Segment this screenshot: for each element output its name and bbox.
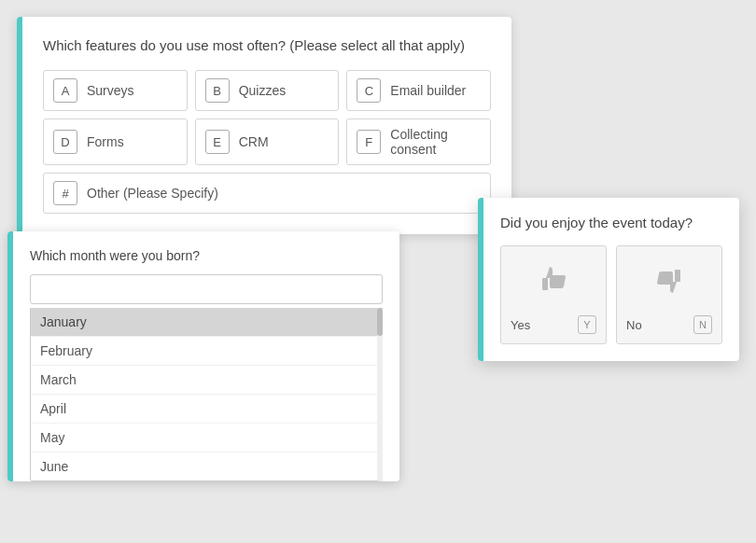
- option-c-label: Email builder: [390, 83, 466, 98]
- option-e[interactable]: E CRM: [195, 118, 340, 165]
- yesno-options: Yes Y No: [500, 245, 722, 344]
- option-c[interactable]: C Email builder: [346, 70, 491, 111]
- yesno-no-footer: No N: [626, 315, 712, 334]
- option-f-letter: F: [357, 130, 381, 154]
- option-b[interactable]: B Quizzes: [195, 70, 340, 111]
- option-d-letter: D: [53, 130, 77, 154]
- yesno-yes-button[interactable]: Yes Y: [500, 245, 607, 344]
- dropdown-list-container: January February March April May June: [30, 308, 383, 481]
- card-multichoice-inner: Which features do you use most often? (P…: [17, 17, 511, 234]
- option-a[interactable]: A Surveys: [43, 70, 188, 111]
- option-d-label: Forms: [87, 134, 124, 149]
- card-accent-multichoice: [17, 17, 22, 234]
- option-hash[interactable]: # Other (Please Specify): [43, 173, 491, 214]
- option-a-label: Surveys: [87, 83, 134, 98]
- dropdown-scrollbar-thumb: [377, 308, 383, 336]
- option-d[interactable]: D Forms: [43, 118, 188, 165]
- dropdown-scrollbar[interactable]: [377, 308, 383, 481]
- month-february[interactable]: February: [31, 337, 382, 366]
- svg-rect-0: [542, 278, 548, 290]
- option-b-label: Quizzes: [239, 83, 287, 98]
- option-e-letter: E: [205, 130, 230, 154]
- option-a-letter: A: [53, 78, 77, 103]
- dropdown-input[interactable]: [30, 274, 383, 304]
- yesno-yes-footer: Yes Y: [511, 315, 596, 334]
- card-yesno: Did you enjoy the event today? Yes Y: [478, 198, 739, 361]
- yesno-yes-label: Yes: [511, 318, 530, 332]
- option-f[interactable]: F Collecting consent: [346, 118, 491, 165]
- dropdown-question: Which month were you born?: [30, 248, 383, 263]
- option-c-letter: C: [357, 78, 381, 103]
- option-e-label: CRM: [239, 134, 269, 149]
- svg-rect-1: [675, 270, 680, 282]
- yesno-no-label: No: [626, 318, 642, 332]
- yesno-no-button[interactable]: No N: [616, 245, 722, 344]
- month-june[interactable]: June: [31, 452, 382, 480]
- multichoice-question: Which features do you use most often? (P…: [43, 37, 491, 53]
- card-dropdown-inner: Which month were you born? January Febru…: [7, 231, 399, 481]
- card-dropdown: Which month were you born? January Febru…: [7, 231, 399, 481]
- yesno-yes-key: Y: [578, 315, 596, 334]
- scene: Which features do you use most often? (P…: [0, 0, 756, 543]
- thumbsup-icon: [533, 259, 574, 306]
- option-hash-letter: #: [53, 181, 77, 205]
- option-hash-label: Other (Please Specify): [87, 186, 218, 201]
- card-yesno-inner: Did you enjoy the event today? Yes Y: [478, 198, 739, 361]
- month-march[interactable]: March: [31, 366, 382, 395]
- month-april[interactable]: April: [31, 395, 382, 424]
- yesno-no-key: N: [693, 315, 712, 334]
- month-january[interactable]: January: [31, 308, 382, 337]
- option-b-letter: B: [205, 78, 230, 103]
- card-accent-yesno: [478, 198, 483, 361]
- card-accent-dropdown: [7, 231, 13, 481]
- options-grid: A Surveys B Quizzes C Email builder D Fo…: [43, 70, 491, 214]
- option-f-label: Collecting consent: [390, 127, 481, 157]
- dropdown-list: January February March April May June: [30, 308, 383, 481]
- thumbsdown-icon: [649, 259, 690, 306]
- yesno-question: Did you enjoy the event today?: [500, 215, 722, 230]
- card-multichoice: Which features do you use most often? (P…: [17, 17, 511, 234]
- month-may[interactable]: May: [31, 424, 382, 452]
